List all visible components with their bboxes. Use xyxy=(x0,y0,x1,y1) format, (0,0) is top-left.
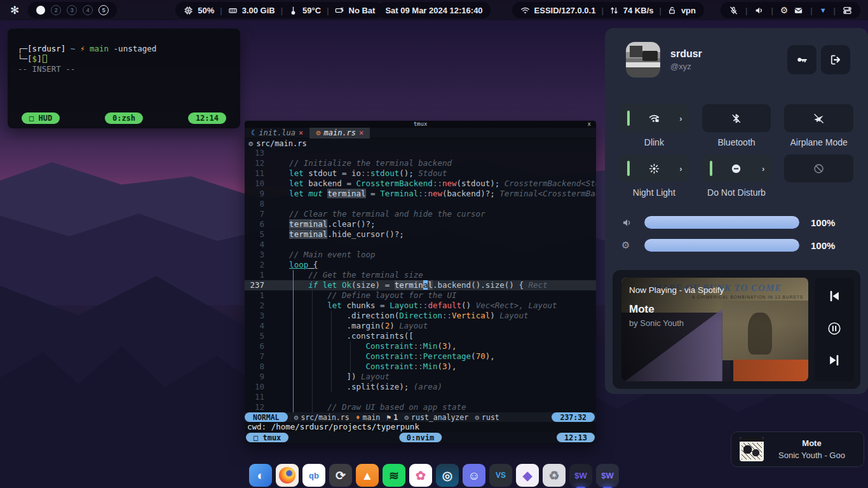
dock-vlc[interactable]: ▲ xyxy=(356,464,379,487)
line-number: 11 xyxy=(245,392,270,402)
lsp-name: rust_analyzer xyxy=(411,413,468,422)
chevron-right-icon[interactable]: › xyxy=(762,164,764,173)
diagnostic-flag-icon: ⚑ xyxy=(386,413,391,422)
dock-sw-light[interactable]: $W xyxy=(596,464,619,487)
clock[interactable]: Sat 09 Mar 2024 12:16:40 xyxy=(377,2,491,18)
toggle-button[interactable] xyxy=(784,154,853,182)
code-line[interactable]: 10 .split(size); (area) xyxy=(245,382,596,392)
code-line[interactable]: 5 terminal.hide_cursor()?; xyxy=(245,229,596,240)
dock-finder[interactable]: ◐ xyxy=(249,464,272,487)
top-bar: ✻ 2345 50% | 3.00 GiB | 59°C | No Bat Sa… xyxy=(0,0,868,20)
code-line[interactable]: 5 .constraints([ xyxy=(245,331,596,341)
dock-sw-dark[interactable]: $W xyxy=(569,464,592,487)
code-line[interactable]: 4 .margin(2) Layout xyxy=(245,321,596,331)
toggle-night-light: ›Night Light xyxy=(620,154,689,198)
code-line[interactable]: 11 let stdout = io::stdout(); Stdout xyxy=(245,168,596,179)
code-line[interactable]: 3 // Main event loop xyxy=(245,250,596,260)
code-line[interactable]: 12 // Initialize the terminal backend xyxy=(245,158,596,168)
tmux-clock-pill: 12:13 xyxy=(557,433,595,442)
ram-icon xyxy=(228,6,238,15)
tab-main-rs[interactable]: ⚙ main.rs × xyxy=(309,128,370,139)
code-line[interactable]: 11 xyxy=(245,392,596,402)
line-number: 8 xyxy=(245,199,270,209)
toggle-button[interactable] xyxy=(702,104,771,132)
logout-button[interactable] xyxy=(821,45,850,74)
tmux-session-pill[interactable]: □ tmux xyxy=(246,433,288,442)
mic-muted-icon[interactable] xyxy=(729,6,738,15)
chevron-right-icon[interactable]: › xyxy=(679,164,682,173)
workspace-4[interactable]: 4 xyxy=(83,5,93,15)
editor-window[interactable]: tmuxx ☾ init.lua × ⚙ main.rs × ⚙ src/mai… xyxy=(245,121,596,444)
code-line-current[interactable]: 237 if let Ok(size) = terminal.backend()… xyxy=(245,280,596,290)
code-line[interactable]: 4 xyxy=(245,240,596,250)
toggle-button[interactable]: › xyxy=(620,104,689,132)
dock-photos[interactable]: ✿ xyxy=(409,464,432,487)
dock-obs[interactable]: ⟳ xyxy=(329,464,352,487)
pause-button[interactable] xyxy=(827,322,841,338)
distro-logo-icon[interactable]: ✻ xyxy=(10,4,19,17)
tab-close-icon[interactable]: × xyxy=(299,128,303,137)
dock-steam[interactable]: ◎ xyxy=(436,464,459,487)
zsh-window-pill[interactable]: 0:zsh xyxy=(105,112,143,124)
workspace-1[interactable] xyxy=(36,6,45,15)
code-line[interactable]: 12 // Draw UI based on app state xyxy=(245,402,596,412)
notification-title: Mote xyxy=(764,438,860,448)
diagnostic-count: 1 xyxy=(393,413,398,422)
line-number: 1 xyxy=(245,290,270,301)
window-title: tmux xyxy=(414,121,428,127)
dock-trash[interactable]: ♻ xyxy=(543,464,566,487)
volume-slider[interactable] xyxy=(644,216,799,229)
code-line[interactable]: 3 .direction(Direction::Vertical) Layout xyxy=(245,311,596,321)
terminal-window[interactable]: ┌─[srdusr] ~ ⚡ main -unstaged └─[$] -- I… xyxy=(8,29,240,128)
lock-keys-button[interactable] xyxy=(787,45,817,74)
tab-init-lua[interactable]: ☾ init.lua × xyxy=(245,128,309,139)
essid: ESSID/127.0.0.1 xyxy=(534,6,596,15)
dock-firefox[interactable] xyxy=(276,464,299,487)
code-line[interactable]: 7 // Clear the terminal and hide the cur… xyxy=(245,209,596,219)
toggle-dlink: ›Dlink xyxy=(620,104,689,148)
code-line[interactable]: 10 let backend = CrosstermBackend::new(s… xyxy=(245,179,596,189)
code-line[interactable]: 2 let chunks = Layout::default() Vec<Rec… xyxy=(245,301,596,311)
toggle-button[interactable]: › xyxy=(620,154,689,182)
dock-discord[interactable]: ☺ xyxy=(463,464,485,487)
dock-vscode[interactable]: VS xyxy=(489,464,512,487)
close-icon[interactable]: x xyxy=(588,121,591,127)
speaker-icon[interactable] xyxy=(754,6,764,15)
tab-close-icon[interactable]: × xyxy=(359,128,363,137)
brightness-slider[interactable] xyxy=(644,239,799,252)
dock-obsidian[interactable]: ◆ xyxy=(516,464,539,487)
chevron-down-icon[interactable]: ▼ xyxy=(820,6,827,14)
file-icon: ⚙ xyxy=(294,413,299,422)
workspace-2[interactable]: 2 xyxy=(51,5,61,15)
code-area[interactable]: 1312 // Initialize the terminal backend1… xyxy=(245,148,596,412)
toggles-icon[interactable] xyxy=(843,6,852,15)
code-line[interactable]: 6 Constraint::Min(3), xyxy=(245,341,596,351)
toggle-button[interactable] xyxy=(784,104,853,132)
chevron-right-icon[interactable]: › xyxy=(679,114,682,123)
dock-qbittorrent[interactable]: qb xyxy=(302,464,325,487)
gear-icon[interactable]: ⚙ xyxy=(780,5,789,15)
toggle-label: Do Not Disturb xyxy=(702,187,771,198)
workspace-5[interactable]: 5 xyxy=(98,5,109,15)
workspace-3[interactable]: 3 xyxy=(67,5,77,15)
code-line[interactable]: 2 loop { xyxy=(245,260,596,270)
media-notification[interactable]: Mote Sonic Youth - Goo xyxy=(731,431,864,467)
code-line[interactable]: 1 // Get the terminal size xyxy=(245,270,596,280)
code-line[interactable]: 9 ]) Layout xyxy=(245,372,596,382)
dock-spotify[interactable]: ≋ xyxy=(383,464,405,487)
code-line[interactable]: 7 Constraint::Percentage(70), xyxy=(245,351,596,362)
code-line[interactable]: 6 terminal.clear()?; xyxy=(245,219,596,229)
code-line[interactable]: 13 xyxy=(245,148,596,158)
network-stats[interactable]: ESSID/127.0.0.1 | 74 KB/s | vpn xyxy=(512,2,704,18)
tmux-window-pill[interactable]: 0:nvim xyxy=(399,433,442,442)
next-button[interactable] xyxy=(827,353,841,370)
buffer-tabline: ☾ init.lua × ⚙ main.rs × xyxy=(245,128,596,139)
hud-session-pill[interactable]: □ HUD xyxy=(22,112,60,124)
code-line[interactable]: 1 // Define layout for the UI xyxy=(245,290,596,301)
mail-icon[interactable] xyxy=(794,6,803,15)
code-line[interactable]: 8 xyxy=(245,199,596,209)
previous-button[interactable] xyxy=(827,289,841,306)
toggle-button[interactable]: › xyxy=(702,154,771,182)
code-line[interactable]: 8 Constraint::Min(3), xyxy=(245,362,596,372)
code-line[interactable]: 9 let mut terminal = Terminal::new(backe… xyxy=(245,189,596,199)
